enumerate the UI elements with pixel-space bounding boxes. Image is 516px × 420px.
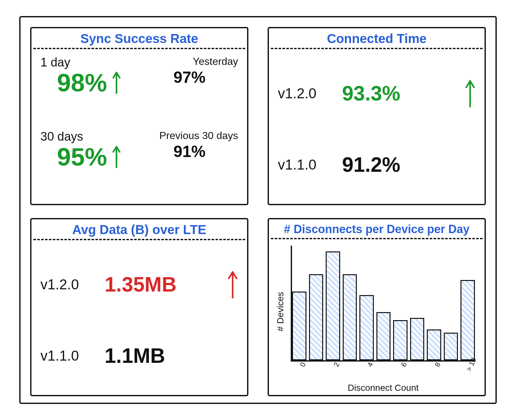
chart-ylabel: # Devices [275,289,286,335]
sync-period-label: 30 days [40,130,138,144]
chart-bars [292,246,475,360]
version-label: v1.1.0 [278,157,329,173]
trend-up-icon [112,145,121,168]
card-title: Sync Success Rate [31,28,247,48]
sync-value: 95% [57,144,107,169]
version-label: v1.2.0 [278,85,329,101]
metric-row-current: v1.2.0 1.35MB [40,270,238,299]
divider [33,48,245,49]
sync-value: 98% [57,70,107,95]
sync-grid: 1 day 98% Yesterday 97% 30 days [40,56,238,198]
metric-value: 1.1MB [105,346,165,366]
chart-bar [427,329,441,360]
version-label: v1.1.0 [40,348,92,364]
sync-compare-value: 91% [141,142,238,161]
metric-row-current: v1.2.0 93.3% [278,79,476,108]
sync-compare-label: Yesterday [141,56,238,67]
chart-bar [292,292,306,360]
divider [271,48,483,49]
sync-compare-value: 97% [141,68,238,87]
card-sync-success-rate: Sync Success Rate 1 day 98% Yes [30,27,248,205]
chart-bar [326,251,340,360]
metric-row-previous: v1.1.0 91.2% [278,154,476,175]
chart-xlabel: Disconnect Count [288,381,478,393]
trend-up-icon [227,270,238,299]
card-disconnects-histogram: # Disconnects per Device per Day # Devic… [268,218,486,396]
chart-bar [410,318,425,360]
version-label: v1.2.0 [40,276,92,293]
chart-bar [376,312,391,360]
metric-row-previous: v1.1.0 1.1MB [40,346,238,366]
metric-value: 91.2% [342,154,400,175]
chart-bar [393,320,408,360]
chart-bar [460,280,475,360]
chart-bar [444,333,458,360]
trend-up-icon [112,71,121,94]
card-connected-time: Connected Time v1.2.0 93.3% v1.1.0 91.2% [268,27,486,205]
card-title: Avg Data (B) over LTE [31,219,247,239]
chart-bar [359,295,374,360]
chart-xticks: 02468> 10 [292,363,475,376]
chart-bar [343,274,357,360]
dashboard-frame: Sync Success Rate 1 day 98% Yes [19,16,497,404]
histogram: # Devices 02468> 10 Disconnect Count [269,241,485,395]
divider [33,239,245,240]
chart-bar [309,274,323,360]
card-title: Connected Time [269,28,485,48]
metric-value: 1.35MB [105,274,176,295]
metric-value: 93.3% [342,83,400,104]
card-avg-data-lte: Avg Data (B) over LTE v1.2.0 1.35MB v1.1… [30,218,248,396]
trend-up-icon [465,79,476,108]
divider [271,238,483,239]
card-title: # Disconnects per Device per Day [269,219,485,238]
sync-compare-label: Previous 30 days [141,130,238,142]
sync-period-label: 1 day [40,56,138,69]
